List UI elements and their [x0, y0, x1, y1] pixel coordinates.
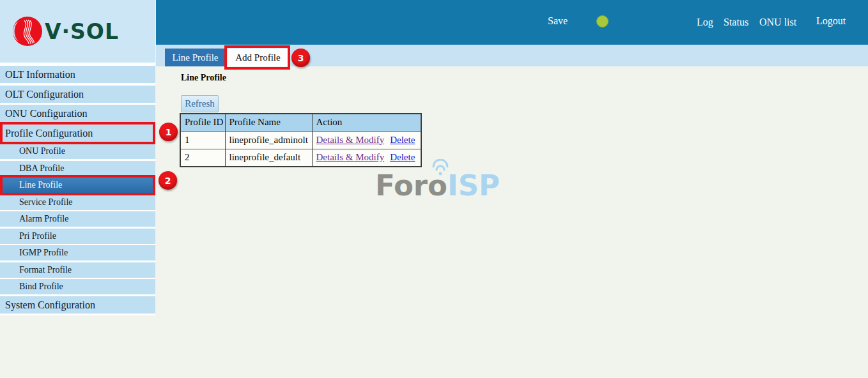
- tab-add-profile[interactable]: Add Profile: [228, 49, 288, 66]
- cell-profile-name: lineprofile_adminolt: [225, 131, 312, 149]
- annotation-badge-2: 2: [159, 171, 177, 190]
- annotation-badge-3: 3: [291, 49, 310, 67]
- sidebar-item-pri-profile[interactable]: Pri Profile: [0, 229, 155, 244]
- topbar: Save Log Status ONU list Logout: [156, 0, 868, 45]
- header-profile-id: Profile ID: [180, 114, 225, 131]
- sidebar-item-onu-configuration[interactable]: ONU Configuration: [0, 105, 155, 122]
- log-button[interactable]: Log: [697, 17, 713, 28]
- refresh-button[interactable]: Refresh: [181, 95, 219, 112]
- sidebar-item-alarm-profile[interactable]: Alarm Profile: [0, 211, 155, 227]
- annotation-badge-1: 1: [159, 123, 178, 141]
- cell-actions: Details & ModifyDelete: [312, 149, 421, 167]
- details-modify-link[interactable]: Details & Modify: [316, 152, 385, 162]
- sidebar-item-olt-information[interactable]: OLT Information: [0, 66, 155, 83]
- logo-panel: V·SOL: [0, 0, 155, 63]
- sidebar-item-line-profile[interactable]: Line Profile: [0, 178, 155, 193]
- save-button[interactable]: Save: [548, 15, 568, 27]
- sidebar: OLT Information OLT Configuration ONU Co…: [0, 63, 155, 315]
- cell-actions: Details & ModifyDelete: [312, 131, 421, 149]
- delete-link[interactable]: Delete: [390, 152, 415, 162]
- table-row: 2 lineprofile_default Details & ModifyDe…: [180, 149, 421, 167]
- watermark-blue-text: ISP: [447, 169, 500, 202]
- sidebar-item-format-profile[interactable]: Format Profile: [0, 262, 155, 278]
- cell-profile-id: 1: [180, 131, 225, 149]
- tab-line-profile[interactable]: Line Profile: [165, 49, 226, 66]
- cell-profile-id: 2: [180, 149, 225, 167]
- sidebar-item-service-profile[interactable]: Service Profile: [0, 195, 155, 210]
- profile-table: Profile ID Profile Name Action 1 linepro…: [180, 113, 422, 167]
- sidebar-item-system-configuration[interactable]: System Configuration: [0, 296, 155, 314]
- sidebar-item-dba-profile[interactable]: DBA Profile: [0, 161, 155, 176]
- sidebar-item-igmp-profile[interactable]: IGMP Profile: [0, 245, 155, 261]
- cell-profile-name: lineprofile_default: [225, 149, 312, 167]
- logout-button[interactable]: Logout: [816, 15, 846, 27]
- table-header-row: Profile ID Profile Name Action: [180, 114, 421, 131]
- status-button[interactable]: Status: [724, 17, 748, 28]
- sidebar-item-profile-configuration[interactable]: Profile Configuration: [0, 125, 155, 142]
- tab-strip: Line Profile Add Profile: [156, 45, 868, 66]
- details-modify-link[interactable]: Details & Modify: [316, 135, 385, 145]
- vsol-logo-icon: [12, 16, 43, 49]
- sidebar-item-onu-profile[interactable]: ONU Profile: [0, 144, 155, 159]
- header-profile-name: Profile Name: [225, 114, 312, 131]
- sidebar-item-olt-configuration[interactable]: OLT Configuration: [0, 86, 155, 103]
- delete-link[interactable]: Delete: [390, 135, 415, 145]
- table-row: 1 lineprofile_adminolt Details & ModifyD…: [180, 131, 421, 149]
- onu-list-button[interactable]: ONU list: [759, 17, 796, 28]
- status-indicator-icon: [596, 15, 608, 27]
- header-action: Action: [312, 114, 421, 131]
- page-title: Line Profile: [181, 73, 226, 83]
- sidebar-item-bind-profile[interactable]: Bind Profile: [0, 279, 155, 294]
- wifi-signal-icon: [428, 159, 453, 178]
- brand-name: V·SOL: [45, 19, 119, 44]
